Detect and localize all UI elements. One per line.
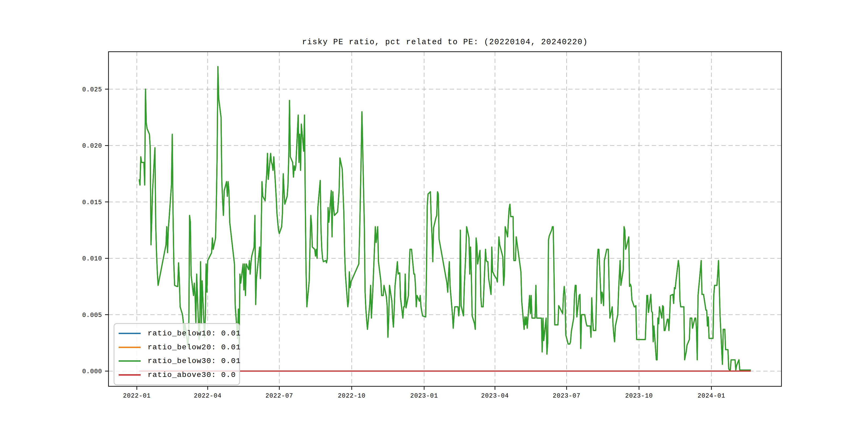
legend-label: ratio_above30: 0.0 xyxy=(148,371,236,379)
legend-item-ratio_below10: ratio_below10: 0.01 xyxy=(119,329,238,338)
legend-line-swatch xyxy=(119,347,141,348)
x-tick-label: 2022-04 xyxy=(194,393,222,399)
y-tick-label: 0.015 xyxy=(82,199,102,206)
x-tick-label: 2023-04 xyxy=(481,393,509,399)
x-tick-label: 2023-07 xyxy=(553,393,581,399)
y-tick-label: 0.010 xyxy=(82,255,102,262)
legend-line-swatch xyxy=(119,374,141,376)
x-tick-label: 2024-01 xyxy=(698,393,725,399)
x-tick-label: 2022-10 xyxy=(338,393,366,399)
x-tick-label: 2023-10 xyxy=(625,393,653,399)
x-tick-label: 2022-01 xyxy=(123,393,151,399)
legend-item-ratio_below20: ratio_below20: 0.01 xyxy=(119,343,238,351)
legend-label: ratio_below20: 0.01 xyxy=(148,343,241,351)
legend: ratio_below10: 0.01ratio_below20: 0.01ra… xyxy=(114,323,240,385)
legend-line-swatch xyxy=(119,333,141,334)
legend-item-ratio_above30: ratio_above30: 0.0 xyxy=(119,371,238,379)
legend-item-ratio_below30: ratio_below30: 0.01 xyxy=(119,357,238,365)
y-tick-label: 0.000 xyxy=(82,368,102,375)
x-tick-label: 2022-07 xyxy=(266,393,293,399)
y-tick-label: 0.005 xyxy=(82,312,102,319)
legend-line-swatch xyxy=(119,360,141,362)
x-tick-label: 2023-01 xyxy=(410,393,438,399)
legend-label: ratio_below10: 0.01 xyxy=(148,329,241,338)
legend-label: ratio_below30: 0.01 xyxy=(148,357,241,365)
y-tick-label: 0.025 xyxy=(82,86,102,93)
y-tick-label: 0.020 xyxy=(82,143,102,150)
figure-canvas: { "chart_data": { "type": "line", "title… xyxy=(0,0,868,434)
